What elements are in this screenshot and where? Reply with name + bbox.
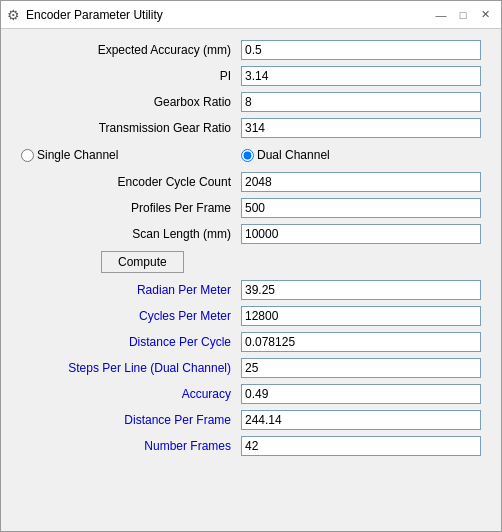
minimize-button[interactable]: — bbox=[431, 5, 451, 25]
expected-accuracy-input[interactable] bbox=[241, 40, 481, 60]
single-channel-group: Single Channel bbox=[21, 148, 241, 162]
transmission-gear-ratio-input[interactable] bbox=[241, 118, 481, 138]
compute-row: Compute bbox=[21, 249, 481, 275]
pi-label: PI bbox=[21, 69, 241, 83]
scan-length-row: Scan Length (mm) bbox=[21, 223, 481, 245]
pi-row: PI bbox=[21, 65, 481, 87]
channel-radio-row: Single Channel Dual Channel bbox=[21, 143, 481, 167]
scan-length-label: Scan Length (mm) bbox=[21, 227, 241, 241]
dual-channel-group: Dual Channel bbox=[241, 148, 481, 162]
encoder-cycle-count-label: Encoder Cycle Count bbox=[21, 175, 241, 189]
gearbox-ratio-label: Gearbox Ratio bbox=[21, 95, 241, 109]
distance-per-cycle-input[interactable] bbox=[241, 332, 481, 352]
cycles-per-meter-row: Cycles Per Meter bbox=[21, 305, 481, 327]
dual-channel-text: Dual Channel bbox=[257, 148, 330, 162]
accuracy-row: Accuracy bbox=[21, 383, 481, 405]
title-bar: ⚙ Encoder Parameter Utility — □ ✕ bbox=[1, 1, 501, 29]
steps-per-line-input[interactable] bbox=[241, 358, 481, 378]
encoder-cycle-count-row: Encoder Cycle Count bbox=[21, 171, 481, 193]
distance-per-frame-row: Distance Per Frame bbox=[21, 409, 481, 431]
dual-channel-label[interactable]: Dual Channel bbox=[241, 148, 330, 162]
cycles-per-meter-label: Cycles Per Meter bbox=[21, 309, 241, 323]
main-window: ⚙ Encoder Parameter Utility — □ ✕ Expect… bbox=[0, 0, 502, 532]
profiles-per-frame-input[interactable] bbox=[241, 198, 481, 218]
distance-per-cycle-row: Distance Per Cycle bbox=[21, 331, 481, 353]
profiles-per-frame-label: Profiles Per Frame bbox=[21, 201, 241, 215]
gearbox-ratio-input[interactable] bbox=[241, 92, 481, 112]
accuracy-input[interactable] bbox=[241, 384, 481, 404]
radian-per-meter-row: Radian Per Meter bbox=[21, 279, 481, 301]
steps-per-line-row: Steps Per Line (Dual Channel) bbox=[21, 357, 481, 379]
single-channel-radio[interactable] bbox=[21, 149, 34, 162]
compute-button[interactable]: Compute bbox=[101, 251, 184, 273]
radian-per-meter-input[interactable] bbox=[241, 280, 481, 300]
form-content: Expected Accuracy (mm) PI Gearbox Ratio … bbox=[1, 29, 501, 531]
distance-per-cycle-label: Distance Per Cycle bbox=[21, 335, 241, 349]
expected-accuracy-label: Expected Accuracy (mm) bbox=[21, 43, 241, 57]
window-title: Encoder Parameter Utility bbox=[26, 8, 163, 22]
title-bar-left: ⚙ Encoder Parameter Utility bbox=[7, 7, 163, 23]
radian-per-meter-label: Radian Per Meter bbox=[21, 283, 241, 297]
number-frames-input[interactable] bbox=[241, 436, 481, 456]
single-channel-text: Single Channel bbox=[37, 148, 118, 162]
encoder-cycle-count-input[interactable] bbox=[241, 172, 481, 192]
transmission-gear-ratio-label: Transmission Gear Ratio bbox=[21, 121, 241, 135]
cycles-per-meter-input[interactable] bbox=[241, 306, 481, 326]
accuracy-label: Accuracy bbox=[21, 387, 241, 401]
app-icon: ⚙ bbox=[7, 7, 20, 23]
transmission-gear-ratio-row: Transmission Gear Ratio bbox=[21, 117, 481, 139]
gearbox-ratio-row: Gearbox Ratio bbox=[21, 91, 481, 113]
single-channel-label[interactable]: Single Channel bbox=[21, 148, 128, 162]
distance-per-frame-input[interactable] bbox=[241, 410, 481, 430]
dual-channel-radio[interactable] bbox=[241, 149, 254, 162]
profiles-per-frame-row: Profiles Per Frame bbox=[21, 197, 481, 219]
scan-length-input[interactable] bbox=[241, 224, 481, 244]
maximize-button[interactable]: □ bbox=[453, 5, 473, 25]
close-button[interactable]: ✕ bbox=[475, 5, 495, 25]
number-frames-label: Number Frames bbox=[21, 439, 241, 453]
distance-per-frame-label: Distance Per Frame bbox=[21, 413, 241, 427]
number-frames-row: Number Frames bbox=[21, 435, 481, 457]
title-bar-buttons: — □ ✕ bbox=[431, 5, 495, 25]
expected-accuracy-row: Expected Accuracy (mm) bbox=[21, 39, 481, 61]
steps-per-line-label: Steps Per Line (Dual Channel) bbox=[21, 361, 241, 375]
pi-input[interactable] bbox=[241, 66, 481, 86]
